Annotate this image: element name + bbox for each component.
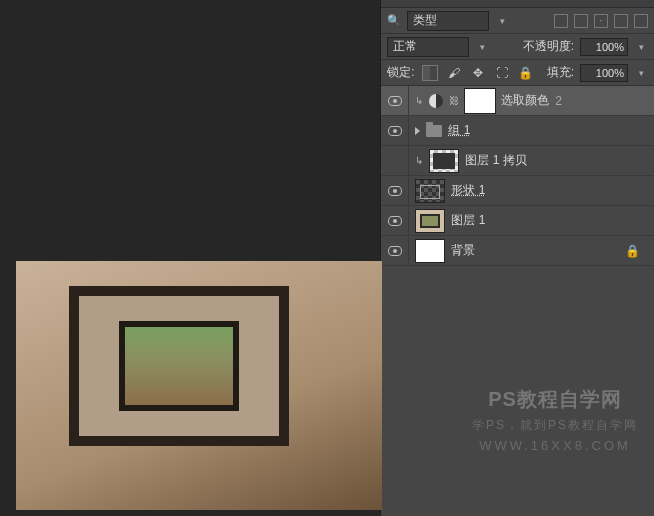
eye-icon [388,216,402,226]
filter-pixels-icon[interactable] [554,14,568,28]
visibility-toggle[interactable] [381,236,409,265]
filter-type-text-icon[interactable] [594,14,608,28]
lock-fill-row: 锁定: 🖌 ✥ ⛶ 🔒 填充: 100% ▾ [381,60,654,86]
lock-position-icon[interactable]: ✥ [469,64,487,82]
layer-name[interactable]: 图层 1 [451,212,485,229]
expand-arrow-icon[interactable] [415,127,420,135]
layer-name[interactable]: 组 1 [448,122,470,139]
layers-panel: 🔍 类型 ▾ 正常 ▾ 不透明度: 100% ▾ 锁定: 🖌 ✥ ⛶ 🔒 填充:… [380,0,654,516]
adjustment-icon [429,94,443,108]
layer-thumbnail[interactable] [429,149,459,173]
filter-smart-icon[interactable] [634,14,648,28]
layer-name[interactable]: 背景 [451,242,475,259]
clip-indicator-icon: ↳ [415,95,423,106]
clip-indicator-icon: ↳ [415,155,423,166]
chevron-down-icon[interactable]: ▾ [475,42,489,52]
chevron-down-icon[interactable]: ▾ [634,68,648,78]
picture-frame-outer [69,286,289,446]
lock-all-icon[interactable]: 🔒 [517,64,535,82]
picture-frame-inner [119,321,239,411]
chevron-down-icon[interactable]: ▾ [634,42,648,52]
layer-mask-thumbnail[interactable] [465,89,495,113]
lock-artboard-icon[interactable]: ⛶ [493,64,511,82]
lock-pixels-icon[interactable]: 🖌 [445,64,463,82]
visibility-toggle[interactable] [381,206,409,235]
chevron-down-icon[interactable]: ▾ [495,16,509,26]
blend-opacity-row: 正常 ▾ 不透明度: 100% ▾ [381,34,654,60]
visibility-toggle[interactable] [381,146,409,175]
canvas-image [16,261,382,510]
layer-name[interactable]: 形状 1 [451,182,485,199]
blend-mode-select[interactable]: 正常 [387,37,469,57]
blend-mode-value: 正常 [393,38,417,55]
layer-name-suffix: 2 [555,94,562,108]
fill-value: 100% [596,67,624,79]
layer-row-selective-color-2[interactable]: ↳ ⛓ 选取颜色 2 [381,86,654,116]
layer-row-background[interactable]: 背景 🔒 [381,236,654,266]
opacity-value: 100% [596,41,624,53]
link-icon: ⛓ [449,95,459,106]
panel-tabs[interactable] [381,0,654,8]
eye-icon [388,126,402,136]
visibility-toggle[interactable] [381,116,409,145]
opacity-label: 不透明度: [523,38,574,55]
eye-icon [388,96,402,106]
filter-shape-icon[interactable] [614,14,628,28]
eye-icon [388,186,402,196]
canvas-area[interactable] [0,0,380,516]
layer-name[interactable]: 图层 1 拷贝 [465,152,526,169]
filter-type-select[interactable]: 类型 [407,11,489,31]
layer-thumbnail[interactable] [415,209,445,233]
layer-thumbnail[interactable] [415,239,445,263]
layer-name[interactable]: 选取颜色 [501,92,549,109]
opacity-input[interactable]: 100% [580,38,628,56]
watermark-subtitle: 学PS，就到PS教程自学网 [472,417,638,434]
layer-row-layer-1[interactable]: 图层 1 [381,206,654,236]
lock-icon: 🔒 [625,244,640,258]
filter-icon[interactable]: 🔍 [387,14,401,27]
layer-filter-row: 🔍 类型 ▾ [381,8,654,34]
watermark-title: PS教程自学网 [472,386,638,413]
watermark-url: WWW.16XX8.COM [472,438,638,453]
folder-icon [426,125,442,137]
layer-row-shape-1[interactable]: 形状 1 [381,176,654,206]
layer-thumbnail[interactable] [415,179,445,203]
fill-label: 填充: [547,64,574,81]
filter-adjust-icon[interactable] [574,14,588,28]
layer-row-group-1[interactable]: 组 1 [381,116,654,146]
watermark: PS教程自学网 学PS，就到PS教程自学网 WWW.16XX8.COM [472,386,638,453]
layer-list: ↳ ⛓ 选取颜色 2 组 1 ↳ 图层 1 拷贝 [381,86,654,516]
layer-row-layer-1-copy[interactable]: ↳ 图层 1 拷贝 [381,146,654,176]
lock-label: 锁定: [387,64,414,81]
eye-icon [388,246,402,256]
lock-transparent-icon[interactable] [421,64,439,82]
visibility-toggle[interactable] [381,176,409,205]
fill-input[interactable]: 100% [580,64,628,82]
visibility-toggle[interactable] [381,86,409,115]
